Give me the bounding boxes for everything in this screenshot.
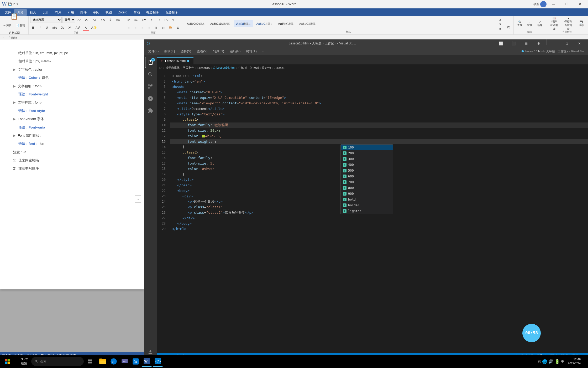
explorer-button[interactable]: 5 <box>145 57 156 68</box>
align-center-button[interactable]: ≡ <box>132 24 139 31</box>
close-button[interactable]: ✕ <box>574 0 586 8</box>
systray-battery[interactable]: 🔋 <box>555 359 560 364</box>
font-family-select[interactable]: 微软雅黑 <box>30 17 62 23</box>
taskbar-app-explorer[interactable] <box>97 356 108 367</box>
menu-design[interactable]: 设计 <box>39 9 52 16</box>
taskbar-app-store[interactable]: 🛍 <box>130 356 141 367</box>
font-grow-button[interactable]: A↑ <box>76 16 83 23</box>
color-expand-btn[interactable]: ▶ <box>13 68 16 71</box>
settings-button[interactable]: ⚙ <box>533 39 545 47</box>
avatar[interactable]: L <box>540 1 547 7</box>
taskbar-app-edge[interactable]: e <box>108 356 119 367</box>
minimize-button[interactable]: — <box>548 0 560 8</box>
sort-button[interactable]: ↕A <box>162 16 170 23</box>
ac-item-700[interactable]: p 700 <box>341 179 393 185</box>
breadcrumb-drive[interactable]: D: <box>159 66 162 69</box>
taskbar-app-chat[interactable] <box>119 356 130 367</box>
shading-button[interactable]: 🎨 <box>167 24 174 31</box>
menu-goto[interactable]: 转到(G) <box>211 48 227 55</box>
style-title[interactable]: AaBbC 标题 <box>276 20 296 27</box>
styles-pane-button[interactable]: 样式 <box>505 17 512 30</box>
clear-format-button[interactable]: ✗A <box>99 16 107 23</box>
systray-input[interactable]: 中 <box>561 359 564 364</box>
breadcrumb-style[interactable]: ⟨⟩ style <box>262 66 271 69</box>
start-button[interactable] <box>2 356 13 367</box>
fontshort-expand-btn[interactable]: ▶ <box>13 134 16 137</box>
menu-view[interactable]: 查看(V) <box>194 48 210 55</box>
ac-item-400[interactable]: p 400 <box>341 162 393 168</box>
menu-youdao[interactable]: 有道翻译 <box>143 9 162 16</box>
fontvariant-expand-btn[interactable]: ▶ <box>13 117 16 121</box>
ac-item-100[interactable]: p 100 <box>341 145 393 150</box>
breadcrumb-file[interactable]: ⬡ Lesson16.html <box>213 66 235 69</box>
ac-item-300[interactable]: p 300 <box>341 156 393 162</box>
taskbar-app-vscode[interactable]: </> <box>153 356 163 367</box>
style-subtitle[interactable]: AaBbC 副标题 <box>297 20 318 27</box>
systray-network[interactable]: 🌐 <box>542 359 547 364</box>
text-effect-button[interactable]: A✨ <box>90 24 99 31</box>
save-baidu-button[interactable]: ☁保存到百度网盘 <box>562 17 575 30</box>
style-heading1[interactable]: AaBl 标题 1 <box>234 20 253 27</box>
styles-down-button[interactable]: ▼ <box>497 22 503 27</box>
fontweight-expand-btn[interactable]: ▶ <box>13 84 16 88</box>
menu-baidu[interactable]: 百度翻译 <box>162 9 181 16</box>
menu-edit[interactable]: 编辑(E) <box>162 48 177 55</box>
source-control-button[interactable] <box>145 81 156 92</box>
menu-review[interactable]: 审阅 <box>90 9 102 16</box>
number-list-button[interactable]: ≡1 <box>133 16 140 23</box>
align-left-button[interactable]: ≡ <box>125 24 132 31</box>
encircle-button[interactable]: A⊙ <box>114 16 122 23</box>
increase-indent-button[interactable]: ⇥ <box>156 16 162 23</box>
paste-button[interactable]: 📋 <box>8 11 20 22</box>
menu-run[interactable]: 运行(R) <box>227 48 243 55</box>
font-color-button[interactable]: A <box>83 24 89 31</box>
vscode-maximize-button[interactable]: □ <box>561 39 573 47</box>
vscode-minimize-button[interactable]: — <box>548 39 560 47</box>
highlight-button[interactable]: A🖊 <box>74 24 82 31</box>
breadcrumb-head[interactable]: ⟨⟩ head <box>250 66 259 69</box>
vscode-close-button[interactable]: ✕ <box>573 39 585 47</box>
restore-button[interactable]: ❐ <box>561 0 573 8</box>
style-normal[interactable]: AaBbCcDc 正文 <box>185 20 207 27</box>
taskbar-app-word[interactable]: W <box>141 356 152 367</box>
strikethrough-button[interactable]: abc <box>51 24 59 31</box>
outline-list-button[interactable]: ≡▼ <box>140 16 148 23</box>
border-button[interactable]: ⊞ <box>175 24 181 31</box>
show-desktop-button[interactable] <box>584 356 586 367</box>
taskbar-search[interactable]: 搜索 <box>31 357 84 366</box>
ac-item-bold[interactable]: p bold <box>341 197 393 202</box>
ac-item-500[interactable]: p 500 <box>341 168 393 173</box>
menu-terminal[interactable]: 终端(T) <box>244 48 259 55</box>
menu-zotero[interactable]: Zotero <box>115 9 130 15</box>
systray-volume[interactable]: 🔊 <box>548 359 554 364</box>
search-activity-button[interactable] <box>145 69 156 80</box>
font-shrink-button[interactable]: A↓ <box>83 16 90 23</box>
menu-insert[interactable]: 插入 <box>27 9 39 16</box>
subscript-button[interactable]: X₂ <box>59 24 66 31</box>
breadcrumb-webfolder[interactable]: 网页制作 <box>183 66 194 70</box>
breadcrumb-mediafolder[interactable]: 柚子自媒体 <box>165 66 180 70</box>
phonetic-button[interactable]: 文 <box>107 16 114 23</box>
ac-item-600[interactable]: p 600 <box>341 173 393 179</box>
ac-item-bolder[interactable]: p bolder <box>341 202 393 208</box>
italic-button[interactable]: I <box>37 24 43 31</box>
menu-file[interactable]: 文件(F) <box>146 48 161 55</box>
bullet-list-button[interactable]: ≡• <box>125 16 132 23</box>
font-size-select[interactable]: 五号 <box>62 17 75 23</box>
fontstyle-expand-btn[interactable]: ▶ <box>13 100 16 104</box>
column-button[interactable]: ▥ <box>153 24 159 31</box>
systray-lang[interactable]: 英 <box>538 359 541 364</box>
save-button[interactable]: 💾保存 <box>576 17 586 30</box>
breadcrumb-html[interactable]: ⟨⟩ html <box>238 66 247 69</box>
layout1-button[interactable]: ⬜ <box>495 39 507 47</box>
copy-button[interactable]: 📄 复制 <box>14 22 27 29</box>
menu-references[interactable]: 引用 <box>65 9 77 16</box>
replace-button[interactable]: ↔替换 <box>525 17 534 30</box>
menu-select[interactable]: 选择(S) <box>178 48 194 55</box>
decrease-indent-button[interactable]: ⇤ <box>149 16 155 23</box>
menu-help[interactable]: 帮助 <box>130 9 143 16</box>
underline-button[interactable]: U <box>44 24 50 31</box>
ac-item-lighter[interactable]: p lighter <box>341 208 393 214</box>
task-view-button[interactable] <box>85 356 95 367</box>
open-youdao-button[interactable]: 📖打开有道翻译 <box>548 17 561 30</box>
